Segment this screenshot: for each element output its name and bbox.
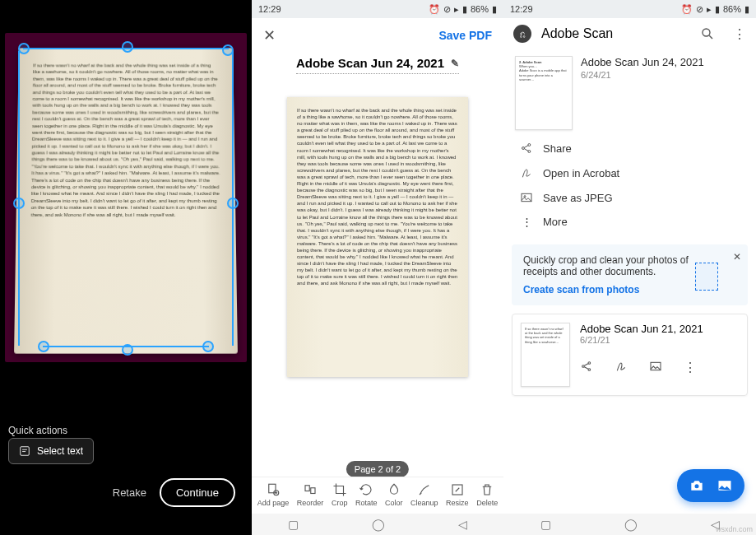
- share-button[interactable]: Share: [518, 137, 743, 160]
- page-indicator: Page 2 of 2: [346, 461, 409, 477]
- save-pdf-button[interactable]: Save PDF: [438, 29, 492, 42]
- status-time: 12:29: [510, 4, 533, 14]
- crop-handle[interactable]: [122, 344, 133, 356]
- document-title: Adobe Scan Jun 24, 2021: [581, 56, 744, 68]
- crop-handle[interactable]: [222, 44, 234, 56]
- attribution: wsxdn.com: [716, 525, 753, 533]
- color-button[interactable]: Color: [385, 482, 403, 507]
- nav-back-icon[interactable]: ◁: [458, 518, 467, 531]
- scanned-book-page: If so there wasn't no wharf at the back …: [14, 48, 238, 353]
- cleanup-icon: [417, 482, 432, 497]
- status-bar: 12:29 ⏰ ⊘ ▸ ▮ 86% ▮: [252, 0, 503, 18]
- crop-handle[interactable]: [18, 43, 30, 54]
- alarm-icon: ⏰: [681, 4, 693, 15]
- document-thumbnail[interactable]: 2. Adobe ScanWhen you…Adobe Scan is a mo…: [515, 56, 573, 130]
- more-button[interactable]: ⋮More: [518, 211, 743, 233]
- nav-recent-icon[interactable]: ▢: [540, 518, 551, 531]
- crop-handle[interactable]: [13, 198, 25, 209]
- select-text-button[interactable]: Select text: [8, 438, 94, 464]
- image-icon: [520, 191, 533, 204]
- close-icon[interactable]: ✕: [263, 26, 276, 44]
- crop-area[interactable]: If so there wasn't no wharf at the back …: [5, 33, 247, 362]
- battery-text: 86%: [723, 4, 741, 14]
- rotate-icon: [359, 482, 373, 497]
- svg-point-16: [695, 484, 699, 488]
- edit-scan-pane: 12:29 ⏰ ⊘ ▸ ▮ 86% ▮ ✕ Save PDF Adobe Sca…: [252, 0, 503, 535]
- delete-button[interactable]: Delete: [476, 482, 498, 507]
- wifi-icon: ▸: [707, 4, 712, 15]
- svg-point-6: [703, 29, 710, 36]
- share-icon[interactable]: [580, 360, 593, 376]
- reorder-button[interactable]: Reorder: [297, 482, 324, 507]
- crop-handle[interactable]: [38, 341, 49, 352]
- scan-fab[interactable]: [677, 469, 744, 502]
- capture-review-pane: If so there wasn't no wharf at the back …: [0, 0, 252, 535]
- overflow-icon[interactable]: ⋮: [733, 26, 746, 42]
- receipt-icon: [695, 263, 718, 291]
- color-icon: [387, 482, 401, 497]
- crop-handle[interactable]: [227, 198, 239, 209]
- crop-handle[interactable]: [202, 341, 214, 352]
- app-bar: ⎌ Adobe Scan ⋮: [503, 18, 756, 49]
- crop-button[interactable]: Crop: [332, 482, 348, 507]
- resize-icon: [450, 482, 465, 497]
- svg-point-12: [582, 365, 585, 368]
- library-pane: 12:29 ⏰ ⊘ ▸ ▮ 86% ▮ ⎌ Adobe Scan ⋮ 2. Ad…: [503, 0, 756, 535]
- resize-button[interactable]: Resize: [446, 482, 469, 507]
- battery-icon: ▮: [492, 4, 497, 15]
- page-text: If so there wasn't no wharf at the back …: [30, 63, 223, 338]
- nav-recent-icon[interactable]: ▢: [288, 518, 299, 531]
- search-icon[interactable]: [700, 26, 715, 41]
- tip-card: ✕ Quickly crop and clean your photos of …: [512, 244, 748, 305]
- quick-actions-label: Quick actions: [8, 425, 67, 436]
- status-bar: 12:29 ⏰ ⊘ ▸ ▮ 86% ▮: [503, 0, 756, 18]
- svg-point-14: [588, 369, 591, 371]
- scan-preview[interactable]: If so there wasn't no wharf at the back …: [287, 97, 468, 377]
- cleanup-button[interactable]: Cleanup: [410, 482, 438, 507]
- adobe-scan-logo-icon: ⎌: [513, 25, 531, 43]
- svg-point-9: [528, 151, 531, 153]
- wifi-icon: ▸: [454, 4, 459, 15]
- alarm-icon: ⏰: [429, 4, 440, 15]
- save-jpeg-button[interactable]: Save as JPEG: [518, 186, 743, 209]
- nav-home-icon[interactable]: ◯: [624, 518, 638, 531]
- retake-button[interactable]: Retake: [113, 486, 146, 499]
- add-page-button[interactable]: Add page: [257, 482, 290, 507]
- pencil-icon[interactable]: ✎: [451, 58, 459, 69]
- document-title: Adobe Scan Jun 21, 2021: [580, 323, 739, 335]
- document-card[interactable]: If so there wasn't no wharf at the back …: [512, 314, 748, 396]
- svg-point-7: [522, 147, 525, 150]
- document-title[interactable]: Adobe Scan Jun 24, 2021 ✎: [296, 56, 459, 74]
- dnd-icon: ⊘: [696, 4, 703, 15]
- overflow-icon[interactable]: ⋮: [684, 360, 697, 376]
- image-icon[interactable]: [649, 360, 662, 376]
- nav-home-icon[interactable]: ◯: [372, 518, 385, 531]
- acrobat-icon: [520, 166, 533, 179]
- camera-icon: [689, 477, 705, 494]
- svg-rect-3: [305, 486, 309, 491]
- rotate-button[interactable]: Rotate: [355, 482, 378, 507]
- status-time: 12:29: [258, 4, 281, 14]
- crop-handle[interactable]: [122, 41, 133, 53]
- crop-icon: [332, 482, 347, 497]
- android-navbar: ▢ ◯ ◁: [252, 514, 503, 535]
- signal-icon: ▮: [462, 4, 467, 15]
- document-thumbnail: If so there wasn't no wharf at the back …: [521, 323, 570, 387]
- battery-icon: ▮: [744, 4, 749, 15]
- add-page-icon: [266, 482, 281, 497]
- share-icon: [520, 142, 533, 155]
- gallery-icon: [717, 477, 733, 494]
- document-date: 6/21/21: [580, 335, 739, 345]
- continue-button[interactable]: Continue: [160, 478, 235, 507]
- open-acrobat-button[interactable]: Open in Acrobat: [518, 161, 743, 184]
- document-date: 6/24/21: [581, 70, 744, 80]
- recent-document: 2. Adobe ScanWhen you…Adobe Scan is a mo…: [503, 49, 756, 137]
- edit-toolbar: Add page Reorder Crop Rotate Color Clean…: [252, 477, 503, 512]
- select-text-icon: [19, 445, 30, 457]
- signal-icon: ▮: [715, 4, 720, 15]
- svg-point-13: [588, 362, 591, 365]
- delete-icon: [480, 482, 494, 497]
- close-icon[interactable]: ✕: [733, 251, 741, 263]
- dnd-icon: ⊘: [443, 4, 451, 15]
- acrobat-icon[interactable]: [615, 360, 628, 376]
